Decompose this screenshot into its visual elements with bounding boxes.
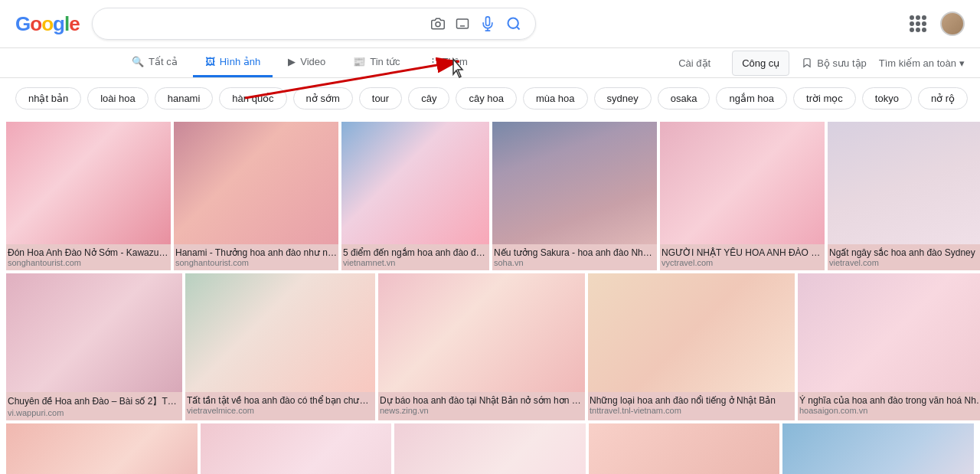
- image-thumbnail: [341, 122, 489, 244]
- image-source: vietravel.com: [829, 258, 980, 267]
- search-icons: [430, 15, 523, 33]
- image-title: 5 điểm đến ngắm hoa anh đào đẹp nhất: [343, 247, 488, 258]
- filter-chip[interactable]: tour: [359, 87, 402, 110]
- filter-chip[interactable]: hàn quốc: [219, 87, 286, 110]
- filter-chip[interactable]: nở rộ: [918, 87, 968, 110]
- tab-more[interactable]: ⋮ Thêm: [416, 48, 480, 77]
- image-thumbnail: [6, 423, 198, 474]
- image-item[interactable]: Đón Hoa Anh Đào Nở Sớm - Kawazuzak...son…: [6, 122, 171, 270]
- safe-search-label: Tìm kiếm an toàn: [879, 57, 956, 69]
- image-thumbnail: [828, 122, 980, 244]
- image-item[interactable]: Dự báo hoa anh đào tại Nhật Bản nở sớm h…: [378, 273, 585, 420]
- image-thumbnail: [174, 122, 338, 244]
- keyboard-button[interactable]: [454, 15, 471, 32]
- tab-images[interactable]: 🖼 Hình ảnh: [193, 48, 273, 77]
- user-avatar[interactable]: [940, 11, 965, 36]
- image-source: vietravelmice.com: [187, 406, 374, 415]
- tab-all[interactable]: 🔍 Tất cả: [119, 48, 190, 77]
- image-thumbnail: [201, 423, 392, 474]
- filter-chip[interactable]: hanami: [155, 87, 214, 110]
- svg-rect-1: [456, 19, 468, 28]
- filter-chip[interactable]: cây: [408, 87, 449, 110]
- image-thumbnail: [6, 122, 171, 244]
- mic-icon: [480, 16, 495, 31]
- image-source: vyctravel.com: [662, 258, 823, 267]
- image-thumbnail: [782, 423, 974, 474]
- google-logo[interactable]: Google: [15, 12, 80, 36]
- svg-point-2: [508, 18, 518, 28]
- image-title: Ngất ngây sắc hoa anh đào Sydney: [829, 247, 980, 258]
- image-source: soha.vn: [494, 258, 655, 267]
- nav-tabs: 🔍 Tất cả 🖼 Hình ảnh ▶ Video 📰 Tin tức ⋮ …: [0, 48, 980, 78]
- search-tab-icon: 🔍: [132, 56, 144, 67]
- image-item[interactable]: [6, 423, 198, 474]
- image-title: Dự báo hoa anh đào tại Nhật Bản nở sớm h…: [380, 395, 583, 406]
- image-source: songhantourist.com: [175, 258, 337, 267]
- tab-video[interactable]: ▶ Video: [276, 48, 338, 77]
- mic-button[interactable]: [479, 15, 497, 33]
- image-item[interactable]: Ngất ngây sắc hoa anh đào Sydneyvietrave…: [828, 122, 980, 270]
- image-title: Đón Hoa Anh Đào Nở Sớm - Kawazuzak...: [8, 247, 169, 258]
- image-title: Ý nghĩa của hoa anh đào trong văn hoá Nh…: [799, 395, 980, 406]
- image-thumbnail: [660, 122, 825, 244]
- image-source: vi.wappuri.com: [8, 408, 181, 417]
- safe-search-dropdown-icon: ▾: [959, 57, 965, 69]
- image-title: Chuyên đề Hoa anh Đào – Bài số 2】Tại sao…: [8, 395, 181, 408]
- camera-icon: [431, 17, 445, 31]
- filter-chip[interactable]: tokyo: [862, 87, 912, 110]
- tab-all-label: Tất cả: [149, 56, 178, 67]
- video-tab-icon: ▶: [288, 56, 296, 67]
- image-item[interactable]: Tất tần tật về hoa anh đào có thể bạn ch…: [185, 273, 375, 420]
- apps-grid-button[interactable]: [908, 14, 928, 34]
- cai-dat-button[interactable]: Cài đặt: [669, 51, 720, 75]
- search-input[interactable]: Hoa anh đào: [105, 17, 422, 31]
- news-tab-icon: 📰: [353, 56, 365, 67]
- filter-chip[interactable]: trời mọc: [793, 87, 856, 110]
- image-title: Tất tần tật về hoa anh đào có thể bạn ch…: [187, 395, 374, 406]
- filter-chip[interactable]: mùa hoa: [523, 87, 588, 110]
- image-row-3: [6, 423, 974, 474]
- image-item[interactable]: 5 điểm đến ngắm hoa anh đào đẹp nhấtviet…: [341, 122, 489, 270]
- camera-search-button[interactable]: [430, 15, 446, 32]
- image-thumbnail: [492, 122, 657, 244]
- filter-chip[interactable]: nhật bản: [15, 87, 81, 110]
- image-item[interactable]: Những loại hoa anh đào nổi tiếng ở Nhật …: [588, 273, 795, 420]
- image-title: Hanami - Thưởng hoa anh đào như ngu...: [175, 247, 337, 258]
- header-right: [908, 11, 965, 36]
- image-item[interactable]: [201, 423, 392, 474]
- image-item[interactable]: NGƯỜI NHẬT YÊU HOA ANH ĐÀO ĐẾN THẾ ...vy…: [660, 122, 825, 270]
- apps-grid-icon: [910, 15, 926, 32]
- image-item[interactable]: Hanami - Thưởng hoa anh đào như ngu...so…: [174, 122, 338, 270]
- search-submit-button[interactable]: [505, 15, 523, 33]
- filter-chip[interactable]: cây hoa: [456, 87, 517, 110]
- image-item[interactable]: Nếu tưởng Sakura - hoa anh đào Nhật B...…: [492, 122, 657, 270]
- filter-chip[interactable]: sydney: [594, 87, 652, 110]
- tab-news[interactable]: 📰 Tin tức: [341, 48, 412, 77]
- bo-suu-tap-button[interactable]: Bộ sưu tập: [802, 57, 866, 69]
- image-thumbnail: [6, 273, 182, 392]
- tab-news-label: Tin tức: [370, 56, 400, 67]
- image-item[interactable]: [782, 423, 974, 474]
- image-item[interactable]: [394, 423, 586, 474]
- image-thumbnail: [588, 273, 795, 392]
- filter-chips: nhật bảnloài hoahanamihàn quốcnở sớmtour…: [0, 78, 980, 119]
- image-row-2: Chuyên đề Hoa anh Đào – Bài số 2】Tại sao…: [6, 273, 974, 420]
- search-bar: Hoa anh đào: [92, 8, 536, 40]
- more-tab-icon: ⋮: [428, 56, 438, 67]
- filter-chip[interactable]: osaka: [658, 87, 710, 110]
- image-title: Những loại hoa anh đào nổi tiếng ở Nhật …: [590, 395, 793, 406]
- image-item[interactable]: Ý nghĩa của hoa anh đào trong văn hoá Nh…: [798, 273, 980, 420]
- filter-chip[interactable]: nở sớm: [293, 87, 353, 110]
- bo-suu-tap-label: Bộ sưu tập: [817, 57, 866, 69]
- image-thumbnail: [378, 273, 585, 392]
- image-item[interactable]: Chuyên đề Hoa anh Đào – Bài số 2】Tại sao…: [6, 273, 182, 420]
- filter-chip[interactable]: ngắm hoa: [716, 87, 787, 110]
- filter-chip[interactable]: loài hoa: [87, 87, 149, 110]
- image-thumbnail: [185, 273, 375, 392]
- search-submit-icon: [506, 16, 521, 31]
- cong-cu-button[interactable]: Công cụ: [732, 51, 789, 76]
- svg-line-3: [516, 27, 519, 30]
- safe-search-button[interactable]: Tìm kiếm an toàn ▾: [879, 57, 965, 69]
- tab-more-label: Thêm: [443, 56, 468, 67]
- image-item[interactable]: [589, 423, 780, 474]
